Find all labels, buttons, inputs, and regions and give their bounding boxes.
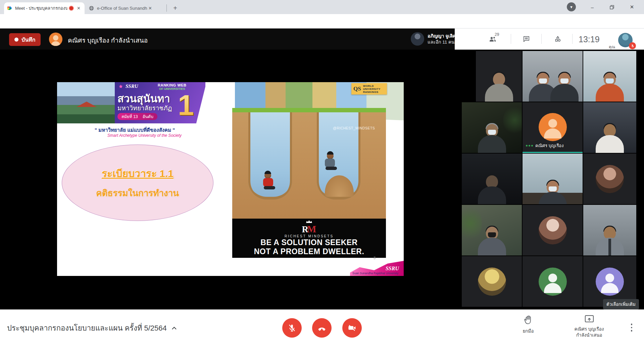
ssru-script-text: SSRU: [126, 83, 138, 89]
crown-icon: [306, 220, 312, 223]
mic-mute-button[interactable]: [282, 318, 302, 338]
tab-title: e-Office of Suan Sunandha Rajab: [97, 6, 147, 11]
cartoon-caption-line2: NOT A PROBLEM DWELLER.: [232, 247, 386, 256]
tab-separator: [166, 4, 167, 12]
presenter-orange-avatar: [539, 113, 567, 141]
meeting-time: 13:19: [579, 35, 600, 44]
globe-icon: [89, 5, 94, 11]
participant-tile-presenter[interactable]: คณิศร บุญเรือง: [523, 102, 583, 153]
participant-tile-8[interactable]: [523, 154, 583, 204]
agenda-ellipse: ระเบียบวาระ 1.1 คติธรรมในการทำงาน: [62, 145, 213, 221]
campus-photo: [57, 82, 115, 123]
photo-avatar: [539, 216, 567, 244]
divider: [541, 34, 542, 44]
presenter-name-tag: คณิศร บุญเรือง: [526, 142, 564, 149]
meet-favicon: [7, 5, 12, 11]
rm-logo: RM: [232, 225, 386, 235]
chat-button[interactable]: [521, 34, 532, 44]
presenting-banner-text: คณิศร บุญเรือง กำลังนำเสนอ: [68, 35, 148, 45]
participant-tile-14[interactable]: [523, 256, 583, 307]
participant-tile-3[interactable]: [583, 51, 636, 102]
agenda-subheading: คติธรรมในการทำงาน: [62, 186, 213, 200]
pill-name: อภิญญา จูเลิศ: [428, 33, 456, 39]
participant-tile-10[interactable]: [462, 205, 522, 255]
presenting-status: กำลังนำเสนอ: [566, 332, 612, 338]
mindset-cartoon: @RICHEST_MINDSETS RM RICHEST MINDSETS BE…: [232, 108, 386, 258]
participant-tile-11[interactable]: [523, 205, 583, 255]
participant-tile-1[interactable]: [476, 51, 522, 102]
browser-toolbar: ← → meet.google.com/mti-wyxq-nxc?authuse…: [0, 14, 644, 28]
participant-count: 29: [495, 32, 499, 37]
chat-icon: [523, 35, 530, 43]
presenting-name: คณิศร บุญเรือง: [566, 326, 612, 332]
photo-avatar: [596, 165, 624, 193]
present-screen-icon: [584, 314, 595, 324]
camera-mute-button[interactable]: [342, 318, 362, 338]
pill-more: และอีก 11 คน: [428, 39, 456, 45]
participant-tile-12[interactable]: [583, 205, 636, 255]
participant-tile-9[interactable]: [583, 154, 636, 204]
window-close-button[interactable]: ✕: [624, 0, 640, 14]
left-pit: [248, 112, 292, 199]
qs-label: WORLD UNIVERSITY RANKINGS: [363, 84, 385, 94]
participants-pill[interactable]: อภิญญา จูเลิศ และอีก 11 คน: [411, 32, 456, 46]
raise-hand-button[interactable]: ยกมือ: [513, 314, 544, 334]
rank-word: อันดับ: [143, 113, 153, 120]
participant-tile-2[interactable]: [523, 51, 583, 102]
avatar-head: [53, 35, 58, 41]
you-label: คุณ: [609, 44, 615, 50]
qs-logo-text: QS: [353, 85, 361, 92]
participant-tile-13[interactable]: [462, 256, 522, 307]
pill-avatar: [411, 32, 424, 46]
self-muted-badge: [629, 42, 636, 49]
mic-off-icon: [631, 44, 635, 48]
tab-close-icon[interactable]: ✕: [147, 5, 153, 11]
window-minimize-button[interactable]: –: [585, 0, 600, 14]
divider: [572, 34, 573, 44]
recording-button[interactable]: บันทึก: [9, 33, 41, 46]
cartoon-grass: [232, 108, 386, 112]
chrome-update-icon[interactable]: ▼: [567, 2, 576, 11]
new-tab-button[interactable]: +: [170, 3, 180, 13]
record-dot-icon: [14, 38, 18, 42]
cartoon-caption-line1: BE A SOLUTION SEEKER: [232, 238, 386, 247]
more-options-kebab-icon[interactable]: [628, 320, 636, 336]
green-default-avatar: [539, 268, 567, 296]
presenter-avatar: [49, 33, 62, 46]
participants-button[interactable]: 29: [487, 34, 498, 44]
meeting-title-button[interactable]: ประชุมบุคลากรกองนโยบายและแผน ครั้งที่ 5/…: [7, 322, 177, 334]
tab-title: Meet - ประชุมบุคลากรกองนโยบา: [15, 5, 67, 12]
participant-tile-4[interactable]: [462, 102, 522, 153]
footer-university-text: Suan Sunandha Rajabhat University: [352, 272, 398, 275]
footer-ssru-text: SSRU: [386, 266, 399, 272]
window-restore-button[interactable]: [604, 0, 620, 14]
rank-number-one: 1: [178, 88, 194, 122]
photo-avatar: [478, 268, 506, 296]
browser-tab-strip: Meet - ประชุมบุคลากรกองนโยบา ✕ e-Office …: [0, 0, 644, 14]
cartoon-brand: RICHEST MINDSETS: [232, 234, 386, 238]
banner-purple-panel: SSRU RANKING WEB OF UNIVERSITIES สวนสุนั…: [115, 82, 205, 123]
recording-indicator-icon: [69, 6, 74, 11]
banner-era-strip: สมัยที่ 13 อันดับ: [117, 113, 157, 120]
activities-button[interactable]: [552, 34, 563, 44]
dirt-mound: [325, 175, 354, 197]
presenter-name: คณิศร บุญเรือง: [535, 142, 564, 149]
speaking-indicator-icon: [526, 145, 533, 147]
tab-meet[interactable]: Meet - ประชุมบุคลากรกองนโยบา ✕: [4, 2, 85, 14]
tab-close-icon[interactable]: ✕: [76, 5, 82, 11]
presenting-status-button[interactable]: คณิศร บุญเรือง กำลังนำเสนอ: [566, 314, 612, 338]
participant-tile-7[interactable]: [462, 154, 522, 204]
right-pit: [317, 112, 360, 199]
end-call-button[interactable]: [312, 318, 332, 338]
participant-tile-6[interactable]: [583, 102, 636, 153]
ssru-flower-icon: [118, 84, 123, 90]
presentation-stage[interactable]: SSRU RANKING WEB OF UNIVERSITIES สวนสุนั…: [0, 50, 461, 309]
tab-eoffice[interactable]: e-Office of Suan Sunandha Rajab ✕: [86, 2, 166, 14]
meet-bottom-bar: ประชุมบุคลากรกองนโยบายและแผน ครั้งที่ 5/…: [0, 309, 644, 345]
cartoon-watermark: @RICHEST_MINDSETS: [333, 126, 375, 130]
banner-quote-english: Smart Archetype University of the Societ…: [107, 133, 182, 138]
cartoon-ground: @RICHEST_MINDSETS: [232, 108, 386, 219]
camera-off-icon: [348, 324, 356, 332]
meeting-title: ประชุมบุคลากรกองนโยบายและแผน ครั้งที่ 5/…: [7, 322, 167, 334]
raise-hand-label: ยกมือ: [513, 328, 544, 334]
